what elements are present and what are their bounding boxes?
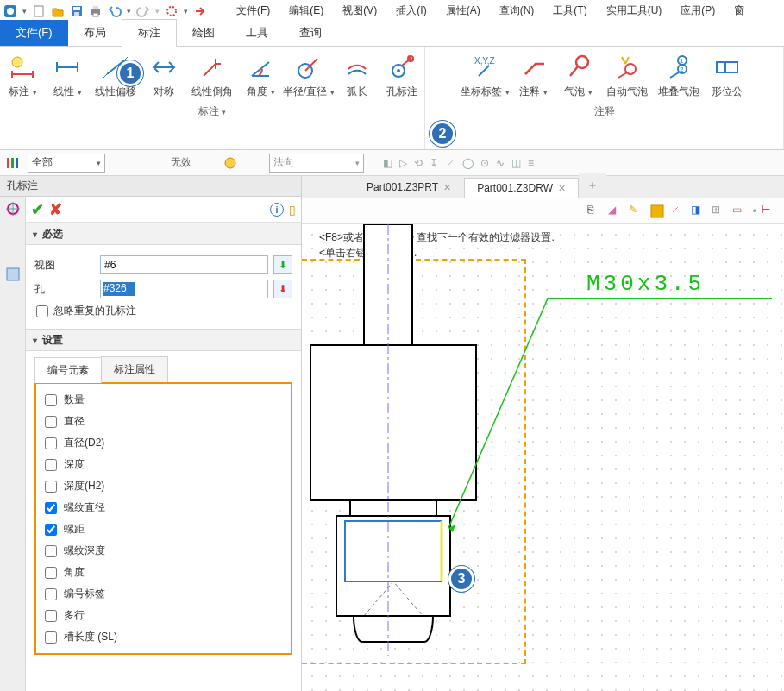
rbtn-note[interactable]: 注释 — [511, 50, 556, 103]
rbtn-autobal[interactable]: 自动气泡 — [601, 50, 653, 103]
rbtn-angle[interactable]: 角度 — [238, 50, 283, 103]
save-icon[interactable] — [70, 4, 84, 18]
target-icon[interactable] — [165, 4, 179, 18]
chk-dia[interactable] — [45, 416, 57, 428]
tab-query[interactable]: 查询 — [284, 20, 337, 46]
rbtn-balloon[interactable]: 气泡 — [556, 50, 601, 103]
hole-input[interactable] — [100, 280, 268, 298]
rbtn-linear[interactable]: 线性 — [45, 50, 90, 103]
tb-play-icon[interactable]: ▷ — [399, 157, 407, 169]
tb-icon-6[interactable]: ◯ — [462, 157, 474, 169]
rbtn-dim[interactable]: 标注 — [0, 50, 45, 103]
rbtn-hole[interactable]: 孔标注 — [379, 50, 424, 103]
tb-icon-9[interactable]: ◫ — [511, 157, 521, 169]
menu-tools[interactable]: 工具(T) — [546, 3, 593, 18]
chk-pitch[interactable] — [45, 524, 57, 536]
vt-icon-7[interactable]: ⊞ — [712, 204, 727, 219]
section-settings[interactable]: 设置 — [26, 329, 301, 351]
chk-thrdia[interactable] — [45, 502, 57, 514]
vt-box-icon[interactable] — [649, 204, 665, 219]
qat-dropdown-icon[interactable]: ▾ — [22, 7, 27, 16]
rbtn-linchamf[interactable]: 线性倒角 — [186, 50, 238, 103]
menu-insert[interactable]: 插入(I) — [389, 3, 433, 18]
tab-annotate[interactable]: 标注 — [122, 19, 177, 47]
subtab-prop[interactable]: 标注属性 — [101, 356, 168, 382]
chk-depth[interactable] — [45, 459, 57, 471]
undo-icon[interactable] — [108, 4, 122, 18]
ignore-duplicate-checkbox[interactable] — [36, 305, 48, 317]
svg-rect-37 — [7, 158, 9, 168]
vt-icon-5[interactable]: ⟋ — [670, 204, 686, 219]
new-icon[interactable] — [32, 4, 46, 18]
vt-pencil-icon[interactable]: ✎ — [629, 204, 644, 219]
chk-dia2[interactable] — [45, 437, 57, 449]
filter-colors-icon[interactable] — [5, 155, 21, 171]
tb-icon-3[interactable]: ⟲ — [414, 157, 423, 169]
tab-draw[interactable]: 绘图 — [177, 20, 230, 46]
doc-tab-drw[interactable]: Part001.Z3DRW✕ — [464, 178, 579, 198]
menu-edit[interactable]: 编辑(E) — [282, 3, 330, 18]
redo-icon[interactable] — [136, 4, 150, 18]
tb-icon-5[interactable]: ⟋ — [445, 157, 455, 169]
filter-scope-select[interactable]: 全部▾ — [28, 154, 105, 173]
tab-layout[interactable]: 布局 — [68, 20, 122, 46]
tb-icon-7[interactable]: ⊙ — [480, 157, 489, 169]
expand-icon[interactable]: ▯ — [289, 203, 296, 217]
redo-dropdown-icon[interactable]: ▾ — [155, 7, 160, 16]
tab-file[interactable]: 文件(F) — [0, 20, 68, 46]
cancel-button[interactable]: ✘ — [49, 200, 62, 219]
chk-multi[interactable] — [45, 610, 57, 622]
chk-slot[interactable] — [45, 631, 57, 644]
hole-pick-button[interactable]: ⬇ — [273, 280, 292, 298]
subtab-element[interactable]: 编号元素 — [34, 357, 102, 383]
close-icon[interactable]: ✕ — [558, 183, 566, 194]
arrow-icon[interactable] — [193, 4, 207, 18]
close-icon[interactable]: ✕ — [443, 182, 451, 193]
doc-tab-new[interactable]: ＋ — [579, 173, 606, 198]
chk-angle[interactable] — [45, 567, 57, 579]
rbtn-stackbal[interactable]: 12 堆叠气泡 — [653, 50, 705, 103]
menu-file[interactable]: 文件(F) — [229, 3, 277, 18]
tab-tool[interactable]: 工具 — [230, 20, 284, 46]
menu-attr[interactable]: 属性(A) — [439, 3, 487, 18]
chk-thrdepth[interactable] — [45, 545, 57, 557]
print-icon[interactable] — [89, 4, 103, 18]
menu-util[interactable]: 实用工具(U) — [599, 3, 669, 18]
rbtn-coord[interactable]: X,Y,Z 坐标标签 — [460, 50, 511, 103]
rbtn-arc[interactable]: 弧长 — [335, 50, 379, 103]
tb-icon-4[interactable]: ↧ — [430, 157, 438, 169]
vt-icon-1[interactable]: ⎘ — [587, 204, 603, 219]
undo-dropdown-icon[interactable]: ▾ — [127, 7, 131, 16]
vt-eraser-icon[interactable]: ◢ — [608, 204, 624, 219]
tb-icon-8[interactable]: ∿ — [496, 157, 505, 169]
view-pick-button[interactable]: ⬇ — [273, 255, 292, 274]
filter-pick-icon[interactable] — [223, 155, 238, 171]
open-icon[interactable] — [51, 4, 65, 18]
menu-win[interactable]: 窗 — [727, 3, 751, 18]
chk-label[interactable] — [45, 588, 57, 600]
menu-query[interactable]: 查询(N) — [492, 3, 542, 18]
chk-qty[interactable] — [45, 394, 57, 406]
rbtn-raddia[interactable]: 半径/直径 — [283, 50, 335, 103]
vt-icon-9[interactable]: ⊢ — [762, 204, 777, 219]
menu-app[interactable]: 应用(P) — [674, 3, 722, 18]
ok-button[interactable]: ✔ — [31, 200, 44, 219]
rbtn-sym[interactable]: 对称 — [141, 50, 186, 103]
target-dropdown-icon[interactable]: ▾ — [184, 7, 188, 16]
vt-icon-8[interactable]: ▭ — [732, 204, 748, 219]
drawing-canvas[interactable]: <F8>或者<Shift-roll> 查找下一个有效的过滤器设置. <单击右键>… — [302, 224, 784, 691]
vt-icon-6[interactable]: ◨ — [691, 204, 706, 219]
view-input[interactable] — [100, 255, 268, 274]
filter-direction-select[interactable]: 法向▾ — [269, 154, 364, 173]
rbtn-geotol[interactable]: 形位公 — [705, 50, 750, 103]
section-required[interactable]: 必选 — [26, 223, 301, 245]
ignore-duplicate-label: 忽略重复的孔标注 — [53, 304, 136, 318]
side-icon-sheet[interactable] — [4, 266, 22, 283]
chk-depth2[interactable] — [45, 481, 57, 493]
doc-tab-prt[interactable]: Part001.Z3PRT✕ — [354, 177, 464, 198]
menu-view[interactable]: 视图(V) — [336, 3, 384, 18]
tb-icon-1[interactable]: ◧ — [383, 157, 392, 169]
info-icon[interactable]: i — [270, 203, 284, 217]
side-icon-target[interactable] — [4, 200, 22, 217]
tb-icon-10[interactable]: ≡ — [528, 157, 534, 169]
